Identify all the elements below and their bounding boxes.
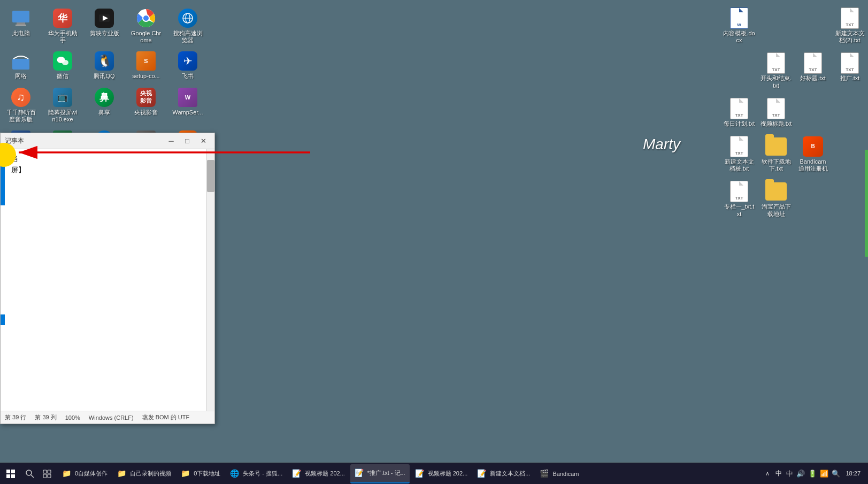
taskbar-item-zimeiti[interactable]: 📁 0自媒体创作 <box>58 464 112 483</box>
desktop-icon-network[interactable]: 网络 <box>3 48 39 82</box>
taskbar-item-shipin202b[interactable]: 📝 视频标题 202... <box>411 464 472 483</box>
desktop-icon-wechat[interactable]: 微信 <box>44 48 81 82</box>
desktop-icon-label-shipin-biaoqi: 视频标题.txt <box>761 120 792 127</box>
status-col: 第 39 列 <box>35 413 56 421</box>
tray-clock[interactable]: 18:27 <box>842 470 864 477</box>
svg-rect-18 <box>6 474 10 478</box>
desktop-icon-chrome[interactable]: Google Chrome <box>128 5 164 46</box>
notepad-window: 记事本 ─ □ ✕ 当 屏】 第 39 行 <box>0 133 215 424</box>
desktop-icon-huawei[interactable]: 华 华为手机助手 <box>44 5 81 46</box>
desktop-icon-kaitu[interactable]: TXT 开头和结束.txt <box>758 50 794 91</box>
taskbar-icon-tuiguang: 📝 <box>355 468 364 478</box>
svg-rect-25 <box>48 474 51 478</box>
desktop-icon-tuiguang[interactable]: TXT 推广.txt <box>832 50 868 91</box>
taskbar-icon-shipin202b: 📝 <box>415 469 425 479</box>
desktop-icon-feishu[interactable]: ✈ 飞书 <box>170 48 206 82</box>
green-indicator <box>865 150 868 257</box>
notepad-content-line2: 屏】 <box>11 165 202 176</box>
desktop-icon-label-browser: 搜狗高速浏览器 <box>172 30 204 44</box>
desktop-icon-label-new-txt2: 新建文本文档(2).txt <box>834 30 866 44</box>
notepad-text-area[interactable]: 当 屏】 <box>1 149 206 411</box>
ime-indicator[interactable]: 中 <box>773 469 784 478</box>
maximize-button[interactable]: □ <box>180 136 194 146</box>
notepad-scrollbar[interactable] <box>206 149 214 411</box>
desktop-icon-label-tencent: 腾讯QQ <box>94 73 114 80</box>
marty-annotation: Marty <box>643 136 680 153</box>
desktop-icon-label-setup: setup-co... <box>132 73 159 80</box>
taskbar-item-zilushipin[interactable]: 📁 自己录制的视频 <box>113 464 175 483</box>
taskbar-search-button[interactable] <box>21 463 39 485</box>
desktop-icon-taobao-addr[interactable]: 淘宝产品下载地址 <box>758 179 794 219</box>
desktop-icon-label-software-download: 软件下载地下.txt <box>760 158 792 172</box>
desktop-icon-label-tuiguang: 推广.txt <box>840 75 860 82</box>
tray-expand-button[interactable]: ∧ <box>764 470 771 477</box>
svg-rect-0 <box>12 11 29 22</box>
tray-network-icon[interactable]: 📶 <box>820 470 828 478</box>
tray-keyboard-icon[interactable]: 中 <box>786 469 793 479</box>
desktop-icon-aiqiyi[interactable]: 鼻 鼻享 <box>86 84 122 125</box>
desktop-icon-browser[interactable]: 搜狗高速浏览器 <box>170 5 206 46</box>
minimize-button[interactable]: ─ <box>164 136 178 146</box>
desktop-icon-label-taobao-addr: 淘宝产品下载地址 <box>760 203 792 217</box>
desktop-icons-right: TXT 新建文本文档(2).txt TXT 开头和结束.txt TXT 好标题.… <box>718 0 868 225</box>
desktop-icon-tencent[interactable]: 🐧 腾讯QQ <box>86 48 122 82</box>
desktop-icon-content-template[interactable]: W 内容模板.docx <box>721 5 757 46</box>
svg-rect-16 <box>6 470 10 473</box>
desktop-icon-label-music: 千千静听百度音乐版 <box>5 109 37 123</box>
desktop-icon-hao-biaoqi[interactable]: TXT 好标题.txt <box>795 50 831 91</box>
taskbar-icon-new-txt: 📝 <box>477 469 487 479</box>
desktop-icon-label-computer: 此电脑 <box>12 30 30 37</box>
desktop-icon-wamp[interactable]: W WampSer... <box>170 84 206 125</box>
taskbar-item-xiazai[interactable]: 📁 0下载地址 <box>176 464 225 483</box>
tray-icons: 中 🔊 🔋 📶 🔍 <box>786 469 840 479</box>
desktop-icon-screen[interactable]: 📺 隐幕投屏win10.exe <box>44 84 81 125</box>
svg-rect-22 <box>43 470 47 473</box>
taskbar-label-zilushipin: 自己录制的视频 <box>130 470 171 478</box>
desktop-icon-label-huawei: 华为手机助手 <box>47 30 79 44</box>
scrollbar-thumb <box>207 160 214 192</box>
desktop-icon-cctv[interactable]: 央视影音 央视影音 <box>128 84 164 125</box>
svg-rect-17 <box>11 470 15 473</box>
desktop-icon-label-zhuanlan: 专栏一_txt.txt <box>723 203 755 217</box>
desktop-icon-shipin-biaoqi[interactable]: TXT 视频标题.txt <box>758 96 794 129</box>
taskbar-label-tuiguang: *推广.txt - 记... <box>367 469 405 477</box>
desktop-icon-zhuanlan[interactable]: TXT 专栏一_txt.txt <box>721 179 757 219</box>
tray-sound-icon[interactable]: 🔊 <box>796 470 805 478</box>
taskbar-item-shipin202[interactable]: 📝 视频标题 202... <box>288 464 349 483</box>
svg-point-20 <box>26 470 32 475</box>
taskbar-item-new-txt[interactable]: 📝 新建文本文档... <box>473 464 534 483</box>
taskbar-item-tuiguang[interactable]: 📝 *推广.txt - 记... <box>350 464 410 483</box>
window-titlebar: 记事本 ─ □ ✕ <box>1 133 214 149</box>
desktop-icon-setup[interactable]: S setup-co... <box>128 48 164 82</box>
tray-battery-icon[interactable]: 🔋 <box>808 470 817 478</box>
window-content: 当 屏】 <box>1 149 214 411</box>
desktop-icon-label-jianying: 剪映专业版 <box>90 30 119 37</box>
close-button[interactable]: ✕ <box>196 136 210 146</box>
taskbar-label-zimeiti: 0自媒体创作 <box>75 470 107 478</box>
taskbar-icon-xiazai: 📁 <box>181 469 190 479</box>
tray-time: 18:27 <box>846 470 861 477</box>
desktop-icon-label-screen: 隐幕投屏win10.exe <box>47 109 79 123</box>
desktop-icon-bandicam-reg[interactable]: B Bandicam 通用注册机 <box>795 134 831 174</box>
desktop-icon-label-bandicam-reg: Bandicam 通用注册机 <box>797 158 829 172</box>
taskbar-label-toutiao: 头条号 - 搜狐... <box>243 470 282 478</box>
window-controls: ─ □ ✕ <box>164 136 210 146</box>
desktop-icon-software-download[interactable]: 软件下载地下.txt <box>758 134 794 174</box>
desktop-icon-computer[interactable]: 此电脑 <box>3 5 39 46</box>
desktop-icon-label-hao-biaoqi: 好标题.txt <box>800 75 826 82</box>
window-title-text: 记事本 <box>5 136 164 145</box>
taskbar-item-toutiao[interactable]: 🌐 头条号 - 搜狐... <box>226 464 287 483</box>
taskbar-task-view-button[interactable] <box>39 463 56 485</box>
desktop-icon-label-feishu: 飞书 <box>182 73 194 80</box>
desktop-icon-meiri[interactable]: TXT 每日计划.txt <box>721 96 757 129</box>
desktop-icon-music[interactable]: ♫ 千千静听百度音乐版 <box>3 84 39 125</box>
desktop-icon-jianying[interactable]: 剪映专业版 <box>86 5 122 46</box>
tray-search-icon[interactable]: 🔍 <box>832 470 840 478</box>
taskbar: 📁 0自媒体创作 📁 自己录制的视频 📁 0下载地址 🌐 头条号 - 搜狐...… <box>0 463 868 484</box>
desktop-icon-label-content-template: 内容模板.docx <box>723 30 755 44</box>
desktop-icon-new-folder[interactable]: TXT 新建文本文档桩.txt <box>721 134 757 174</box>
status-encoding: Windows (CRLF) <box>89 414 134 421</box>
taskbar-item-bandicam[interactable]: 🎬 Bandicam <box>535 464 583 483</box>
taskbar-start-button[interactable] <box>0 463 21 485</box>
desktop-icon-new-txt2[interactable]: TXT 新建文本文档(2).txt <box>832 5 868 46</box>
